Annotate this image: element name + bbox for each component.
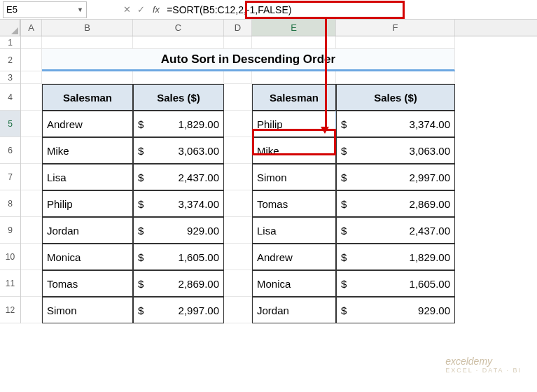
column-headers: A B C D E F bbox=[21, 20, 537, 36]
select-all-corner[interactable] bbox=[0, 20, 20, 36]
table-cell[interactable]: $3,374.00 bbox=[336, 111, 455, 137]
row-header[interactable]: 6 bbox=[0, 137, 20, 164]
arrow-head-icon bbox=[321, 127, 329, 134]
col-header[interactable]: B bbox=[42, 20, 133, 36]
table-cell[interactable]: $2,437.00 bbox=[336, 217, 455, 244]
table-cell[interactable]: Lisa bbox=[42, 164, 133, 190]
chevron-down-icon[interactable]: ▼ bbox=[77, 6, 83, 13]
row-header[interactable]: 11 bbox=[0, 270, 20, 297]
table-cell[interactable]: Philip bbox=[42, 190, 133, 217]
row-headers: 1 2 3 4 5 6 7 8 9 10 11 12 bbox=[0, 20, 21, 323]
table-cell[interactable]: Simon bbox=[252, 164, 336, 190]
table-cell[interactable]: Monica bbox=[252, 270, 336, 297]
col-header[interactable]: E bbox=[252, 20, 336, 36]
table-cell[interactable]: $2,997.00 bbox=[133, 297, 224, 323]
col-header[interactable]: A bbox=[21, 20, 42, 36]
col-header[interactable]: C bbox=[133, 20, 224, 36]
row-header[interactable]: 8 bbox=[0, 190, 20, 217]
accept-icon[interactable]: ✓ bbox=[134, 4, 147, 15]
cancel-icon[interactable]: ✕ bbox=[120, 4, 133, 15]
col-header[interactable]: F bbox=[336, 20, 455, 36]
row-header[interactable]: 3 bbox=[0, 71, 20, 84]
col-header[interactable]: D bbox=[224, 20, 252, 36]
table-cell[interactable]: $1,605.00 bbox=[336, 270, 455, 297]
table-cell[interactable]: $1,829.00 bbox=[336, 244, 455, 270]
name-box[interactable]: E5 ▼ bbox=[3, 1, 87, 18]
table-cell[interactable]: $3,063.00 bbox=[133, 137, 224, 164]
row-header[interactable]: 10 bbox=[0, 244, 20, 270]
row-header[interactable]: 12 bbox=[0, 297, 20, 323]
formula-input[interactable] bbox=[164, 3, 537, 17]
spreadsheet-grid: 1 2 3 4 5 6 7 8 9 10 11 12 A B C D E F A… bbox=[0, 20, 537, 323]
table-cell[interactable]: $2,437.00 bbox=[133, 164, 224, 190]
table-cell[interactable]: $2,869.00 bbox=[133, 270, 224, 297]
row-header[interactable]: 1 bbox=[0, 36, 20, 49]
table-cell[interactable]: $929.00 bbox=[336, 297, 455, 323]
table-cell[interactable]: $1,605.00 bbox=[133, 244, 224, 270]
sheet-cells[interactable]: Auto Sort in Descending Order Salesman S… bbox=[21, 36, 537, 323]
table-cell[interactable]: Mike bbox=[252, 137, 336, 164]
table-cell[interactable]: Jordan bbox=[42, 217, 133, 244]
table-cell[interactable]: $2,869.00 bbox=[336, 190, 455, 217]
table-header: Sales ($) bbox=[336, 84, 455, 111]
table-header: Sales ($) bbox=[133, 84, 224, 111]
row-header[interactable]: 5 bbox=[0, 111, 20, 137]
table-header: Salesman bbox=[42, 84, 133, 111]
fx-icon[interactable]: fx bbox=[153, 4, 160, 15]
watermark: exceldemy EXCEL · DATA · BI bbox=[445, 356, 522, 374]
formula-bar-row: E5 ▼ ✕ ✓ fx bbox=[0, 0, 537, 20]
row-header[interactable]: 4 bbox=[0, 84, 20, 111]
table-cell[interactable]: $3,374.00 bbox=[133, 190, 224, 217]
page-title: Auto Sort in Descending Order bbox=[42, 49, 455, 71]
table-cell[interactable]: Mike bbox=[42, 137, 133, 164]
table-header: Salesman bbox=[252, 84, 336, 111]
formula-buttons: ✕ ✓ bbox=[118, 4, 150, 15]
table-cell[interactable]: $929.00 bbox=[133, 217, 224, 244]
table-cell[interactable]: Simon bbox=[42, 297, 133, 323]
row-header[interactable]: 2 bbox=[0, 49, 20, 71]
table-cell[interactable]: $3,063.00 bbox=[336, 137, 455, 164]
table-cell[interactable]: Tomas bbox=[252, 190, 336, 217]
row-header[interactable]: 7 bbox=[0, 164, 20, 190]
table-cell[interactable]: Monica bbox=[42, 244, 133, 270]
row-header[interactable]: 9 bbox=[0, 217, 20, 244]
table-cell[interactable]: Lisa bbox=[252, 217, 336, 244]
table-cell[interactable]: Andrew bbox=[42, 111, 133, 137]
table-cell[interactable]: Tomas bbox=[42, 270, 133, 297]
table-cell[interactable]: Andrew bbox=[252, 244, 336, 270]
table-cell[interactable]: $2,997.00 bbox=[336, 164, 455, 190]
arrow-line bbox=[325, 19, 327, 129]
table-cell[interactable]: $1,829.00 bbox=[133, 111, 224, 137]
table-cell[interactable]: Jordan bbox=[252, 297, 336, 323]
name-box-value: E5 bbox=[6, 4, 18, 15]
